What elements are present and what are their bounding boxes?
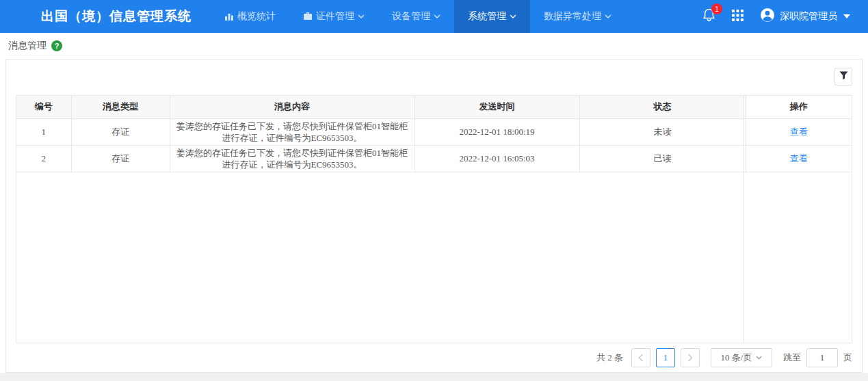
filter-button[interactable] bbox=[834, 68, 852, 86]
fixed-column-divider bbox=[744, 96, 744, 343]
username-label: 深职院管理员 bbox=[780, 10, 837, 23]
nav-item-system-mgmt[interactable]: 系统管理 bbox=[454, 0, 530, 33]
apps-grid-button[interactable] bbox=[732, 10, 744, 24]
avatar bbox=[760, 8, 775, 25]
jump-suffix: 页 bbox=[843, 352, 852, 364]
col-header-id: 编号 bbox=[16, 96, 71, 118]
page-jump-group: 跳至 页 bbox=[783, 348, 852, 367]
nav-label: 设备管理 bbox=[392, 10, 430, 23]
bell-icon bbox=[702, 12, 715, 24]
nav-item-data-exception[interactable]: 数据异常处理 bbox=[530, 0, 625, 33]
col-header-type: 消息类型 bbox=[71, 96, 170, 118]
user-caret-down-icon bbox=[843, 14, 850, 18]
jump-label: 跳至 bbox=[783, 352, 801, 364]
nav-label: 数据异常处理 bbox=[544, 10, 601, 23]
chevron-down-icon bbox=[605, 14, 611, 18]
view-link[interactable]: 查看 bbox=[790, 127, 808, 137]
chevron-down-icon bbox=[358, 14, 365, 18]
messages-table: 编号 消息类型 消息内容 发送时间 状态 操作 1 存证 姜涛您的存证任务已下发… bbox=[16, 95, 852, 343]
chevron-down-icon bbox=[510, 14, 516, 18]
app-title: 出国（境）信息管理系统 bbox=[41, 8, 192, 25]
grid-icon bbox=[732, 12, 744, 23]
message-list-card: 编号 消息类型 消息内容 发送时间 状态 操作 1 存证 姜涛您的存证任务已下发… bbox=[5, 59, 863, 373]
chevron-right-icon bbox=[687, 354, 693, 362]
jump-page-input[interactable] bbox=[806, 348, 838, 367]
topbar-right-group: 1 深职院管理员 bbox=[702, 0, 850, 33]
col-header-content: 消息内容 bbox=[170, 96, 415, 118]
pagination-prev-button[interactable] bbox=[631, 348, 650, 367]
table-header-row: 编号 消息类型 消息内容 发送时间 状态 操作 bbox=[16, 96, 852, 118]
cell-id: 2 bbox=[16, 145, 71, 172]
funnel-icon bbox=[839, 70, 848, 83]
page-size-select[interactable]: 10 条/页 bbox=[711, 348, 772, 367]
nav-label: 证件管理 bbox=[316, 10, 354, 23]
pagination-next-button[interactable] bbox=[681, 348, 700, 367]
pagination-total: 共 2 条 bbox=[596, 352, 623, 364]
col-header-time: 发送时间 bbox=[415, 96, 579, 118]
page-header-bar: 消息管理 ? bbox=[0, 33, 868, 59]
cell-status: 已读 bbox=[579, 145, 746, 172]
cell-time: 2022-12-01 16:05:03 bbox=[415, 145, 579, 172]
nav-label: 概览统计 bbox=[237, 10, 276, 23]
notification-bell-button[interactable]: 1 bbox=[702, 8, 715, 25]
user-menu[interactable]: 深职院管理员 bbox=[760, 8, 850, 25]
main-nav: 概览统计 证件管理 设备管理 系统管理 数据异常处理 bbox=[211, 0, 625, 33]
cell-type: 存证 bbox=[71, 145, 170, 172]
cell-content: 姜涛您的存证任务已下发，请您尽快到证件保管柜01智能柜进行存证，证件编号为EC9… bbox=[170, 145, 415, 172]
cell-status: 未读 bbox=[579, 118, 746, 145]
bar-chart-icon bbox=[224, 12, 234, 21]
view-link[interactable]: 查看 bbox=[790, 153, 808, 163]
nav-item-certificate-mgmt[interactable]: 证件管理 bbox=[289, 0, 378, 33]
col-header-action: 操作 bbox=[746, 96, 852, 118]
nav-item-device-mgmt[interactable]: 设备管理 bbox=[378, 0, 454, 33]
page-title: 消息管理 bbox=[8, 40, 47, 52]
chevron-left-icon bbox=[638, 354, 644, 362]
cell-type: 存证 bbox=[71, 118, 170, 145]
table-row: 2 存证 姜涛您的存证任务已下发，请您尽快到证件保管柜01智能柜进行存证，证件编… bbox=[16, 145, 852, 172]
pagination: 共 2 条 1 10 条/页 跳至 页 bbox=[16, 343, 852, 372]
footer-strip bbox=[0, 373, 868, 381]
top-header-bar: 出国（境）信息管理系统 概览统计 证件管理 设备管理 系统管理 数据异常处理 bbox=[0, 0, 868, 33]
chevron-down-icon bbox=[434, 14, 440, 18]
page-size-value: 10 条/页 bbox=[721, 352, 752, 364]
help-icon[interactable]: ? bbox=[51, 40, 62, 51]
notification-count-badge: 1 bbox=[711, 3, 722, 14]
table-toolbar bbox=[16, 68, 852, 86]
select-caret-icon bbox=[756, 356, 762, 360]
cell-time: 2022-12-01 18:00:19 bbox=[415, 118, 579, 145]
pagination-page-1[interactable]: 1 bbox=[656, 348, 675, 367]
table-row: 1 存证 姜涛您的存证任务已下发，请您尽快到证件保管柜01智能柜进行存证，证件编… bbox=[16, 118, 852, 145]
col-header-status: 状态 bbox=[579, 96, 746, 118]
nav-label: 系统管理 bbox=[468, 10, 506, 23]
briefcase-icon bbox=[303, 12, 313, 21]
cell-action: 查看 bbox=[746, 145, 852, 172]
cell-id: 1 bbox=[16, 118, 71, 145]
nav-item-overview-stats[interactable]: 概览统计 bbox=[211, 0, 289, 33]
cell-action: 查看 bbox=[746, 118, 852, 145]
cell-content: 姜涛您的存证任务已下发，请您尽快到证件保管柜01智能柜进行存证，证件编号为EC9… bbox=[170, 118, 415, 145]
